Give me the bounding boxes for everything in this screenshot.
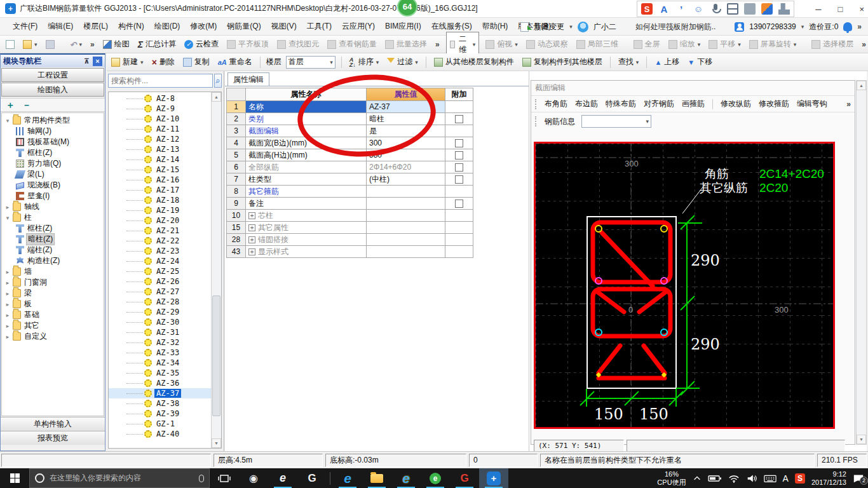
touch-keyboard-icon[interactable] (764, 473, 776, 484)
property-value-cell[interactable]: (中柱) (367, 173, 445, 186)
tree-arrow-icon[interactable]: ▸ (4, 204, 11, 210)
close-button[interactable]: × (859, 4, 864, 14)
draw-input-button[interactable]: 绘图输入 (1, 83, 104, 97)
component-list-item[interactable]: AZ-27 (109, 287, 211, 297)
project-settings-button[interactable]: 工程设置 (1, 68, 104, 82)
attach-checkbox[interactable] (455, 139, 463, 147)
module-tree-item[interactable]: ▸ 墙 (2, 266, 104, 277)
taskbar-app-icon[interactable]: G (450, 468, 479, 488)
orbit-button[interactable]: 动态观察 (524, 37, 570, 51)
ime-icon[interactable]: ☺ (693, 3, 704, 15)
menu-item[interactable]: 文件(F) (8, 18, 43, 34)
section-tool-button[interactable]: 布角筋 (545, 98, 567, 109)
attach-checkbox[interactable] (455, 163, 463, 172)
cpu-usage-widget[interactable]: 16%CPU使用 (657, 470, 686, 487)
property-value-cell[interactable] (367, 186, 445, 198)
scroll-up-icon[interactable]: ▲ (857, 81, 866, 90)
ime-icon[interactable]: S (641, 3, 653, 15)
component-list-item[interactable]: AZ-13 (109, 144, 211, 154)
expand-plus-icon[interactable]: + (248, 224, 255, 231)
menu-item[interactable]: 编辑(E) (43, 18, 78, 34)
tree-arrow-icon[interactable]: ▾ (4, 215, 11, 221)
search-component-input[interactable] (108, 74, 213, 88)
component-list-item[interactable]: AZ-19 (109, 205, 211, 215)
component-list-item[interactable]: AZ-20 (109, 215, 211, 226)
component-list-item[interactable]: AZ-40 (109, 429, 211, 439)
expand-all-icon[interactable]: ＋ (6, 102, 15, 108)
ime-icon[interactable] (710, 3, 721, 15)
section-tool-button[interactable]: 画箍筋 (682, 98, 705, 109)
tray-chevron-up-icon[interactable] (693, 474, 702, 483)
section-tool-button[interactable]: 编辑弯钩 (797, 98, 827, 109)
property-value-cell[interactable]: 300 (367, 137, 445, 149)
component-list-item[interactable]: AZ-8 (109, 93, 211, 104)
view-rebar-button[interactable]: 查看钢筋量 (325, 37, 379, 51)
module-tree-item[interactable]: 轴网(J) (2, 126, 104, 137)
scroll-down-icon[interactable]: ▼ (857, 435, 866, 444)
section-panel-scrollbar[interactable]: ▲ ▼ (856, 80, 867, 445)
top-view-button[interactable]: 俯视▾ (484, 37, 520, 51)
rename-component-button[interactable]: aA重命名 (216, 55, 254, 69)
cloud-check-button[interactable]: ✓云检查 (182, 37, 220, 51)
component-list-item[interactable]: AZ-9 (109, 104, 211, 114)
move-up-button[interactable]: ▲上移 (653, 55, 681, 69)
sogou-tray-icon[interactable]: S (795, 473, 805, 484)
sort-button[interactable]: AZ↓排序▾ (348, 55, 381, 69)
component-list-item[interactable]: AZ-38 (109, 398, 211, 409)
module-tree-item[interactable]: 现浇板(B) (2, 180, 104, 191)
copy-from-other-floor-button[interactable]: 从其他楼层复制构件 (432, 55, 516, 69)
toolbar-grip[interactable] (535, 99, 537, 109)
select-floor-button[interactable]: 选择楼层 (810, 37, 855, 51)
summary-calc-button[interactable]: Σ汇总计算 (136, 37, 178, 51)
expand-plus-icon[interactable]: + (248, 212, 255, 219)
action-center-icon[interactable]: 2 (853, 473, 864, 484)
component-list-item[interactable]: AZ-37 (109, 388, 211, 398)
module-tree-item[interactable]: ▾ 常用构件类型 (2, 115, 104, 126)
undo-icon[interactable]: ↶ (70, 40, 77, 49)
move-down-button[interactable]: ▼下移 (686, 55, 714, 69)
component-list-item[interactable]: GZ-1 (109, 419, 211, 429)
module-tree-item[interactable]: 剪力墙(Q) (2, 158, 104, 169)
filter-button[interactable]: 过滤▾ (385, 55, 420, 69)
module-tree-item[interactable]: 端柱(Z) (2, 245, 104, 255)
overflow-chevron-icon[interactable]: » (857, 22, 862, 31)
component-list-item[interactable]: AZ-24 (109, 256, 211, 266)
component-list-item[interactable]: AZ-39 (109, 409, 211, 419)
menu-item[interactable]: 帮助(H) (477, 18, 513, 34)
ime-icon[interactable] (778, 3, 790, 15)
component-list-item[interactable]: AZ-14 (109, 154, 211, 165)
delete-component-button[interactable]: ×删除 (150, 55, 177, 69)
tree-arrow-icon[interactable]: ▸ (4, 290, 11, 297)
module-tree-item[interactable]: 梁(L) (2, 169, 104, 180)
expand-plus-icon[interactable]: + (248, 236, 255, 243)
module-tree-item[interactable]: ▸ 基础 (2, 309, 104, 320)
toolbar-overflow-icon[interactable] (860, 39, 868, 50)
find-element-button[interactable]: 查找图元 (275, 37, 321, 51)
scrollbar-thumb[interactable] (212, 295, 220, 416)
taskbar-app-icon[interactable]: + (479, 468, 508, 488)
chevron-down-icon[interactable]: ▾ (569, 24, 573, 30)
section-tool-button[interactable] (712, 99, 713, 109)
taskbar-app-icon[interactable]: e (333, 468, 362, 488)
open-file-icon[interactable] (23, 40, 32, 49)
section-tool-button[interactable]: 对齐钢筋 (644, 98, 674, 109)
menu-item[interactable]: 钢筋量(Q) (222, 18, 266, 34)
component-list-item[interactable]: AZ-31 (109, 327, 211, 337)
menu-item[interactable]: 工具(T) (302, 18, 337, 34)
section-tool-button[interactable]: 特殊布筋 (606, 98, 636, 109)
tree-arrow-icon[interactable]: ▸ (4, 301, 11, 308)
task-view-button[interactable] (210, 468, 239, 488)
menu-item[interactable]: BIM应用(I) (380, 18, 426, 34)
floor-select[interactable]: 首层▾ (286, 56, 336, 69)
property-value-cell[interactable]: 暗柱 (367, 113, 445, 125)
component-list-item[interactable]: AZ-34 (109, 358, 211, 368)
component-list-item[interactable]: AZ-17 (109, 185, 211, 195)
minimize-button[interactable]: ─ (815, 4, 821, 14)
module-tree-item[interactable]: ▸ 轴线 (2, 201, 104, 212)
qa-ticker-link[interactable]: 如何处理筏板附加钢筋.. (635, 22, 716, 32)
search-icon[interactable]: ⌕ (214, 74, 222, 88)
component-list-item[interactable]: AZ-29 (109, 307, 211, 317)
component-list-item[interactable]: AZ-15 (109, 165, 211, 175)
bell-icon[interactable] (843, 22, 852, 31)
menu-item[interactable]: 视图(V) (266, 18, 302, 34)
